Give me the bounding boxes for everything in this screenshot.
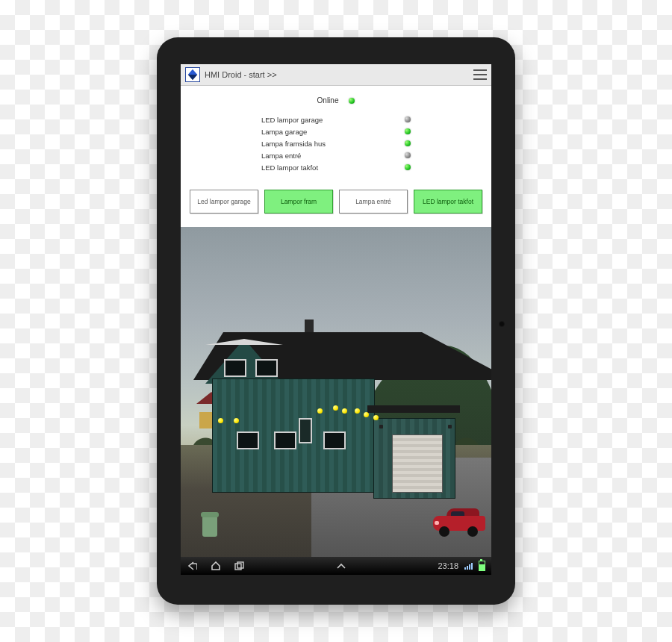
garage-lamp-icon [379, 425, 383, 428]
app-topbar: HMI Droid - start >> [181, 64, 491, 86]
tablet-screen: HMI Droid - start >> Online LED lampor g… [181, 64, 491, 575]
wifi-signal-icon [464, 562, 473, 570]
svg-rect-2 [235, 564, 241, 570]
control-panel: Online LED lampor garage Lampa garage La… [181, 86, 491, 227]
status-led-icon [405, 140, 411, 146]
toggle-lampor-fram-button[interactable]: Lampor fram [264, 190, 333, 214]
house-scene [181, 227, 491, 557]
status-row: LED lampor garage [261, 113, 411, 125]
svg-rect-3 [237, 562, 243, 568]
status-led-icon [405, 116, 411, 122]
online-led-icon [349, 98, 355, 104]
status-row: Lampa entré [261, 149, 411, 161]
svg-marker-1 [188, 75, 198, 80]
app-logo-icon [185, 67, 200, 82]
clock: 23:18 [438, 561, 458, 570]
lamp-indicator-icon [355, 408, 360, 414]
toggle-led-garage-button[interactable]: Led lampor garage [190, 190, 258, 214]
home-icon[interactable] [211, 561, 221, 570]
back-icon[interactable] [187, 561, 197, 570]
online-status: Online [188, 96, 484, 105]
status-row: Lampa garage [261, 125, 411, 137]
chevron-up-icon[interactable] [337, 563, 346, 569]
status-label: Lampa garage [261, 128, 307, 136]
online-label: Online [317, 96, 339, 105]
toggle-led-takfot-button[interactable]: LED lampor takfot [414, 190, 482, 214]
status-row: Lampa framsida hus [261, 137, 411, 149]
garage-door [392, 434, 444, 492]
status-label: Lampa entré [261, 152, 301, 160]
toggle-lampa-entre-button[interactable]: Lampa entré [339, 190, 408, 214]
status-led-icon [405, 164, 411, 170]
garage-lamp-icon [448, 425, 452, 428]
status-list: LED lampor garage Lampa garage Lampa fra… [261, 113, 411, 173]
tablet-camera [499, 321, 505, 327]
status-led-icon [405, 128, 411, 134]
system-navbar: 23:18 [181, 557, 491, 575]
app-title: HMI Droid - start >> [205, 70, 277, 79]
trash-bin [202, 516, 217, 537]
lamp-indicator-icon [333, 405, 338, 411]
tablet-frame: HMI Droid - start >> Online LED lampor g… [157, 37, 515, 605]
battery-icon [479, 561, 485, 571]
status-label: Lampa framsida hus [261, 140, 326, 148]
lamp-indicator-icon [373, 415, 379, 420]
car [433, 510, 485, 537]
button-bar: Led lampor garage Lampor fram Lampa entr… [188, 190, 484, 214]
status-label: LED lampor garage [261, 116, 323, 124]
recent-apps-icon[interactable] [234, 561, 245, 570]
status-row: LED lampor takfot [261, 161, 411, 173]
page-background: HMI Droid - start >> Online LED lampor g… [0, 0, 672, 642]
status-label: LED lampor takfot [261, 163, 318, 172]
menu-icon[interactable] [473, 69, 487, 80]
status-led-icon [405, 152, 411, 158]
svg-marker-0 [188, 69, 198, 75]
lamp-indicator-icon [364, 412, 369, 417]
